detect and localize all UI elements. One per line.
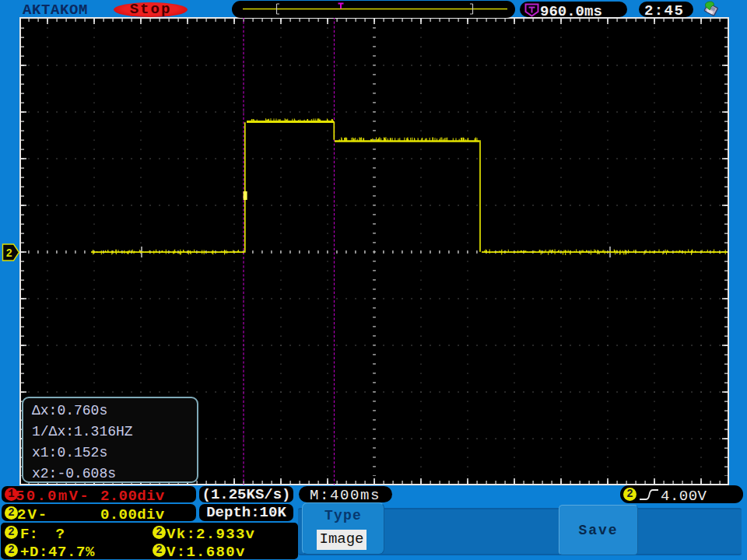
svg-text:2: 2: [6, 247, 12, 260]
